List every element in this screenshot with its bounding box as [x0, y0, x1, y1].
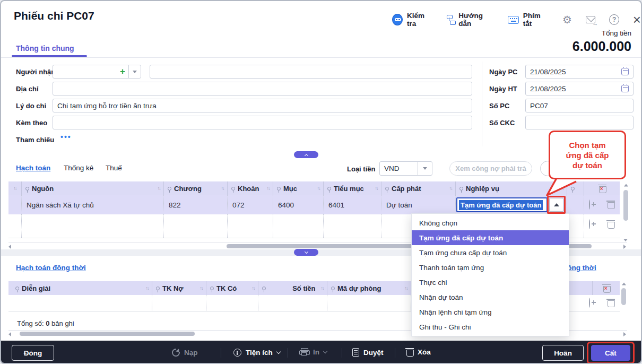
- ckc-no-input[interactable]: [525, 116, 634, 129]
- cell-tieu-muc[interactable]: 6401: [328, 195, 344, 214]
- check-button[interactable]: Kiểm tra: [392, 12, 433, 28]
- approve-button[interactable]: Duyệt: [352, 348, 384, 357]
- add-row-icon[interactable]: [589, 298, 590, 308]
- sort-icon[interactable]: [321, 285, 324, 291]
- attachment-input[interactable]: [53, 116, 472, 129]
- nghiep-vu-combobox[interactable]: Tạm ứng đã cấp dự toán: [456, 197, 548, 212]
- pin-icon[interactable]: [210, 287, 214, 290]
- pin-icon[interactable]: [168, 187, 171, 190]
- sort-icon[interactable]: [221, 186, 224, 191]
- print-button[interactable]: In: [299, 348, 327, 356]
- dong-thoi-link[interactable]: Hạch toán đồng thời: [16, 264, 86, 272]
- currency-select[interactable]: VND: [379, 161, 432, 176]
- sort-icon[interactable]: [317, 186, 320, 191]
- cell-khoan[interactable]: 072: [232, 195, 245, 214]
- dropdown-option[interactable]: Tạm ứng chưa cấp dự toán: [412, 245, 569, 260]
- pin-icon[interactable]: [331, 287, 335, 290]
- cell-cap-phat[interactable]: Dự toán: [386, 195, 412, 214]
- pin-icon[interactable]: [385, 187, 389, 190]
- pin-icon[interactable]: [262, 287, 266, 290]
- cell-muc[interactable]: 6400: [278, 195, 294, 214]
- expand-section-pill[interactable]: [294, 249, 318, 256]
- pin-icon[interactable]: [327, 187, 331, 190]
- close-icon[interactable]: [633, 14, 641, 25]
- dropdown-option[interactable]: Nhận dự toán: [412, 290, 569, 305]
- receiver-name-input[interactable]: [150, 65, 472, 79]
- tab-general-info[interactable]: Thông tin chung: [16, 44, 74, 53]
- date-ht-input[interactable]: 21/08/2025: [525, 82, 634, 96]
- delete-all-rows-icon[interactable]: ×: [603, 284, 610, 292]
- help-icon[interactable]: [609, 14, 619, 25]
- col-ma-du-phong[interactable]: Mã dự phòng: [327, 281, 411, 295]
- col-tieu-muc[interactable]: Tiểu mục: [323, 181, 381, 195]
- pin-icon[interactable]: [459, 187, 463, 190]
- pin-icon[interactable]: [15, 287, 19, 290]
- table2-vscrollbar[interactable]: [621, 282, 627, 312]
- cell-nguon[interactable]: Ngân sách Xã tự chủ: [27, 195, 94, 214]
- col-chuong[interactable]: Chương: [163, 181, 227, 195]
- calendar-icon[interactable]: [621, 68, 629, 75]
- sort-icon[interactable]: [449, 186, 453, 191]
- dropdown-option[interactable]: Không chọn: [412, 215, 569, 230]
- table1-vscrollbar[interactable]: [623, 184, 629, 243]
- reason-input[interactable]: Chi tạm ứng hỗ trợ tiền ăn trưa: [53, 99, 472, 112]
- add-row-icon[interactable]: [589, 200, 590, 210]
- calendar-icon[interactable]: [621, 85, 629, 92]
- col-cap-phat[interactable]: Cấp phát: [381, 181, 455, 195]
- gear-icon[interactable]: [562, 14, 572, 25]
- undo-button[interactable]: Hoãn: [542, 345, 584, 361]
- col-nguon[interactable]: Nguồn: [21, 181, 163, 195]
- add-receiver-icon[interactable]: +: [120, 68, 125, 75]
- col-khoan[interactable]: Khoản: [227, 181, 273, 195]
- col-tk-co[interactable]: TK Có: [206, 281, 258, 295]
- sort-icon[interactable]: [375, 186, 378, 191]
- col-delete-all[interactable]: ×: [592, 281, 620, 295]
- address-input[interactable]: [53, 82, 472, 96]
- col-muc[interactable]: Mục: [273, 181, 323, 195]
- utilities-button[interactable]: Tiện ích: [233, 349, 280, 357]
- mail-send-icon[interactable]: [586, 16, 595, 23]
- pin-icon[interactable]: [277, 187, 281, 190]
- hscroll-thumb[interactable]: [20, 332, 195, 336]
- dropdown-option[interactable]: Thực chi: [412, 275, 569, 290]
- add-row-icon[interactable]: [589, 219, 590, 229]
- dropdown-option-selected[interactable]: Tạm ứng đã cấp dự toán: [412, 230, 569, 245]
- pin-icon[interactable]: [25, 187, 29, 190]
- col-tk-no[interactable]: TK Nợ: [152, 281, 206, 295]
- document-icon: [352, 348, 359, 357]
- receiver-dropdown-arrow[interactable]: [129, 71, 141, 73]
- collapse-form-pill[interactable]: [294, 151, 318, 158]
- voucher-no-input[interactable]: PC07: [525, 99, 634, 112]
- tab-thue[interactable]: Thuế: [106, 164, 122, 172]
- pin-icon[interactable]: [156, 287, 160, 290]
- cell-chuong[interactable]: 822: [169, 195, 181, 214]
- page-title: Phiếu chi PC07: [14, 10, 94, 22]
- tab-thong-ke[interactable]: Thống kê: [64, 164, 93, 172]
- delete-all-rows-icon[interactable]: ×: [598, 185, 606, 193]
- view-payable-debt-button[interactable]: Xem công nợ phải trả: [449, 161, 532, 176]
- dropdown-option[interactable]: Thanh toán tạm ứng: [412, 260, 569, 275]
- col-delete-all[interactable]: ×: [584, 181, 620, 195]
- dropdown-option[interactable]: Ghi thu - Ghi chi: [412, 319, 569, 334]
- shortcut-button[interactable]: Phím tắt: [508, 12, 549, 28]
- sort-icon[interactable]: [405, 285, 408, 291]
- sort-icon[interactable]: [146, 285, 149, 291]
- guide-button[interactable]: Hướng dẫn: [447, 12, 494, 28]
- reload-button[interactable]: Nạp: [172, 349, 198, 357]
- currency-dropdown-arrow[interactable]: [418, 167, 432, 170]
- sort-icon[interactable]: [252, 285, 255, 291]
- delete-button[interactable]: Xóa: [406, 348, 431, 356]
- row-handle-header[interactable]: [8, 181, 21, 195]
- reference-more-icon[interactable]: [60, 133, 72, 141]
- tab-hach-toan[interactable]: Hạch toán: [16, 164, 50, 172]
- col-dien-giai[interactable]: Diễn giải: [12, 281, 152, 295]
- col-so-tien[interactable]: Số tiền: [258, 281, 327, 295]
- sort-icon[interactable]: [158, 186, 161, 191]
- sort-icon[interactable]: [267, 186, 270, 191]
- date-pc-input[interactable]: 21/08/2025: [525, 65, 634, 79]
- receiver-combo[interactable]: +: [53, 65, 141, 79]
- sort-icon[interactable]: [200, 285, 203, 291]
- close-button[interactable]: Đóng: [12, 345, 54, 361]
- pin-icon[interactable]: [231, 187, 235, 190]
- dropdown-option[interactable]: Nhận lệnh chi tạm ứng: [412, 305, 569, 319]
